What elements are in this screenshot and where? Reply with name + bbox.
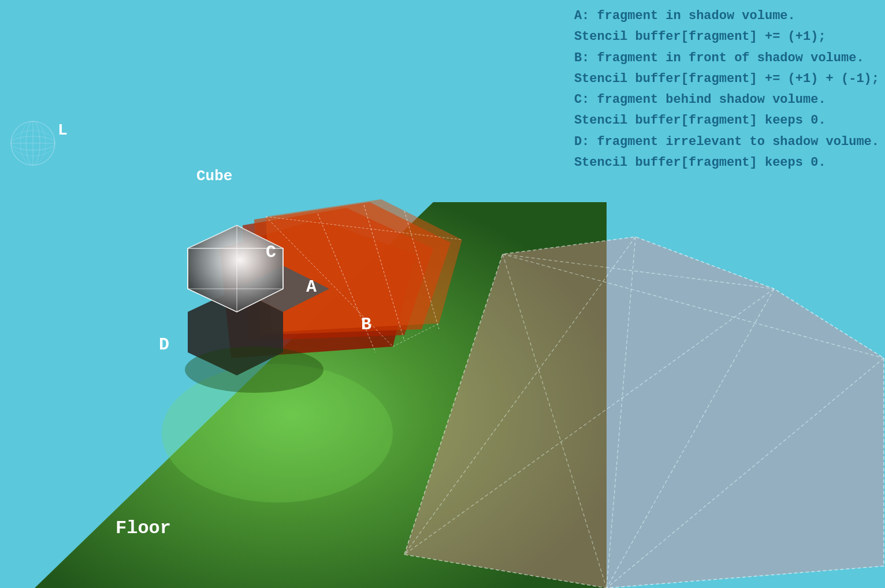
annotations-panel: A: fragment in shadow volume. Stencil bu… bbox=[574, 6, 879, 173]
annotation-line-3: B: fragment in front of shadow volume. bbox=[574, 48, 879, 69]
annotation-line-2: Stencil buffer[fragment] += (+1); bbox=[574, 27, 879, 47]
annotation-line-8: Stencil buffer[fragment] keeps 0. bbox=[574, 152, 879, 173]
annotation-line-1: A: fragment in shadow volume. bbox=[574, 6, 879, 27]
annotation-line-5: C: fragment behind shadow volume. bbox=[574, 90, 879, 110]
annotation-line-7: D: fragment irrelevant to shadow volume. bbox=[574, 132, 879, 152]
region-label-c: C bbox=[266, 243, 276, 262]
region-label-d: D bbox=[159, 335, 169, 355]
svg-point-40 bbox=[185, 347, 323, 393]
cube-label: Cube bbox=[196, 168, 232, 185]
annotation-line-4: Stencil buffer[fragment] += (+1) + (-1); bbox=[574, 69, 879, 90]
region-label-a: A bbox=[306, 277, 317, 297]
region-label-b: B bbox=[361, 315, 371, 334]
light-label: L bbox=[58, 121, 68, 139]
floor-label: Floor bbox=[116, 518, 171, 539]
annotation-line-6: Stencil buffer[fragment] keeps 0. bbox=[574, 110, 879, 131]
